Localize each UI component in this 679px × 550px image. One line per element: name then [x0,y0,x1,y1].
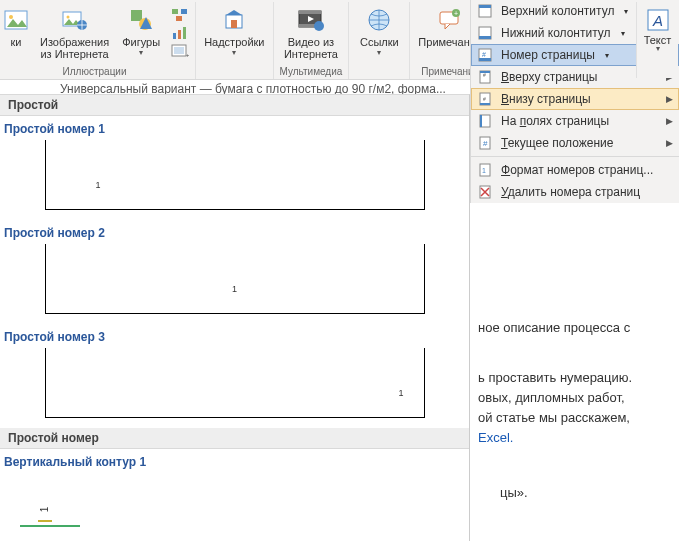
svg-rect-27 [479,5,491,8]
gallery-item-2[interactable]: 1 [0,244,469,314]
shapes-button[interactable]: Фигуры ▾ [117,4,165,60]
page-margins-icon [477,113,493,129]
svg-text:#: # [483,139,488,148]
addins-label: Надстройки [204,36,264,48]
svg-rect-9 [176,16,182,21]
chevron-down-icon: ▾ [656,44,660,53]
chevron-right-icon: ▶ [666,94,673,104]
online-pictures-button[interactable]: Изображенияиз Интернета [38,4,111,60]
svg-text:#: # [483,96,486,102]
menu-remove-page-numbers[interactable]: Удалить номера страниц [471,181,679,203]
svg-text:1: 1 [482,167,486,174]
pictures-label: ки [11,36,22,48]
chevron-down-icon: ▾ [605,51,609,60]
links-button[interactable]: Ссылки ▾ [355,4,403,57]
gallery-item-3-label: Простой номер 3 [0,324,469,348]
format-icon: 1 [477,162,493,178]
shapes-label: Фигуры [122,36,160,48]
remove-icon [477,184,493,200]
group-label-illustrations: Иллюстрации [63,65,127,79]
group-label-multimedia: Мультимедиа [280,65,343,79]
page-number-gallery: Простой Простой номер 1 1 Простой номер … [0,94,470,541]
gallery-item-2-label: Простой номер 2 [0,220,469,244]
page-top-icon: # [477,69,493,85]
svg-rect-5 [131,10,142,21]
svg-text:+: + [454,10,458,17]
gallery-item-vertical-label: Вертикальный контур 1 [0,449,469,473]
svg-rect-32 [479,58,491,61]
svg-rect-29 [479,36,491,39]
footer-icon [477,25,493,41]
doc-text-fragment: цы». [500,485,528,500]
svg-point-1 [9,15,13,19]
page-number-icon: # [477,47,493,63]
current-position-icon: # [477,135,493,151]
doc-text-fragment: ь проставить нумерацию. [478,370,632,385]
addins-button[interactable]: Надстройки ▾ [202,4,266,57]
svg-rect-17 [231,20,237,28]
chevron-down-icon: ▾ [232,48,236,57]
svg-rect-14 [174,47,184,54]
image-icon [2,6,30,34]
svg-text:#: # [483,72,486,78]
group-illustrations: ки Изображенияиз Интернета Фигуры ▾ [0,2,196,79]
chevron-down-icon: ▾ [377,48,381,57]
menu-format-page-numbers[interactable]: 1 Формат номеров страниц... [471,159,679,181]
store-icon [220,6,248,34]
group-label-addins [233,65,236,79]
menu-page-margins[interactable]: На полях страницы ▶ [471,110,679,132]
doc-text-fragment: ой статье мы расскажем, [478,410,630,425]
comment-icon: + [436,6,464,34]
pictures-button[interactable]: ки [0,4,32,60]
textbox-icon: A [644,6,672,34]
svg-text:+: + [186,52,189,58]
screenshot-icon[interactable]: + [171,44,189,60]
header-icon [477,3,493,19]
svg-text:A: A [652,12,663,29]
doc-link-fragment[interactable]: Excel. [478,430,513,445]
page-bottom-icon: # [477,91,493,107]
svg-rect-11 [178,30,181,39]
group-links: Ссылки ▾ [349,2,410,79]
chart-icon[interactable] [171,26,189,42]
svg-point-3 [66,16,69,19]
link-icon [365,6,393,34]
textbox-button[interactable]: A Текст ▾ [636,2,678,78]
chevron-down-icon: ▾ [139,48,143,57]
menu-current-position[interactable]: # Текущее положение ▶ [471,132,679,154]
svg-rect-37 [480,103,490,105]
video-icon [297,6,325,34]
gallery-item-vertical[interactable]: 1 [0,477,469,531]
doc-text-fragment: ное описание процесса с [478,320,630,335]
chevron-right-icon: ▶ [666,116,673,126]
svg-rect-10 [173,33,176,39]
group-multimedia: Видео изИнтернета Мультимедиа [274,2,350,79]
links-label: Ссылки [360,36,399,48]
group-addins: Надстройки ▾ [196,2,273,79]
gallery-section-simple-2: Простой номер [0,428,469,449]
gallery-item-1-label: Простой номер 1 [0,116,469,140]
online-image-icon [61,6,89,34]
svg-text:#: # [482,51,486,58]
svg-rect-8 [181,9,187,14]
doc-text-fragment: овых, дипломных работ, [478,390,625,405]
gallery-section-simple: Простой [0,95,469,116]
gallery-item-1[interactable]: 1 [0,140,469,210]
online-pictures-label-2: из Интернета [40,48,108,60]
chevron-right-icon: ▶ [666,138,673,148]
menu-separator [471,156,679,157]
svg-rect-19 [299,11,321,14]
shapes-icon [127,6,155,34]
smartart-icon[interactable] [171,8,189,24]
chevron-down-icon: ▾ [624,7,628,16]
chevron-down-icon: ▾ [621,29,625,38]
svg-rect-12 [183,27,186,39]
svg-rect-40 [480,115,482,127]
svg-rect-7 [172,9,178,14]
gallery-item-3[interactable]: 1 [0,348,469,418]
online-pictures-label-1: Изображения [40,36,109,48]
menu-bottom-of-page[interactable]: # Внизу страницы ▶ [471,88,679,110]
online-video-button[interactable]: Видео изИнтернета [282,4,340,60]
svg-point-21 [314,21,324,31]
